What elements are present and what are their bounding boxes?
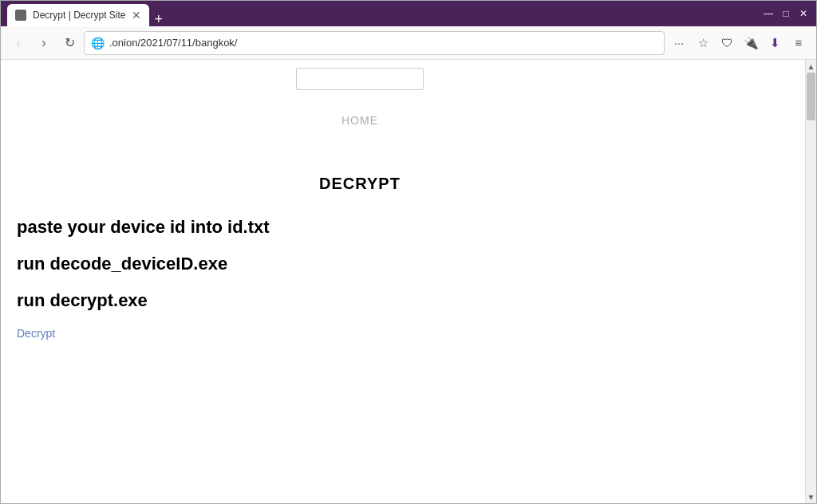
scrollbar[interactable]: ▲ ▼ — [805, 60, 816, 503]
address-text: .onion/2021/07/11/bangkok/ — [109, 37, 657, 49]
navigation-bar: ‹ › ↻ 🌐 .onion/2021/07/11/bangkok/ ··· ☆… — [1, 26, 816, 60]
tab-close-button[interactable]: ✕ — [132, 10, 141, 21]
instruction-line-2: run decode_deviceID.exe — [17, 254, 703, 274]
globe-icon: 🌐 — [91, 37, 105, 49]
download-button[interactable]: ⬇ — [764, 32, 786, 54]
window-controls: — □ ✕ — [762, 7, 810, 20]
scroll-down-arrow[interactable]: ▼ — [806, 490, 816, 503]
home-nav: HOME — [17, 106, 703, 175]
back-button[interactable]: ‹ — [7, 32, 30, 54]
maximize-button[interactable]: □ — [780, 7, 792, 20]
close-button[interactable]: ✕ — [797, 7, 810, 20]
browser-window: Decrypt | Decrypt Site ✕ + — □ ✕ ‹ › ↻ 🌐… — [0, 0, 817, 504]
tab-bar: Decrypt | Decrypt Site ✕ + — [7, 1, 762, 26]
bookmark-button[interactable]: ☆ — [692, 32, 714, 54]
refresh-button[interactable]: ↻ — [58, 32, 81, 54]
search-input[interactable] — [296, 68, 424, 90]
page-content: HOME DECRYPT paste your device id into i… — [1, 60, 805, 503]
tab-title: Decrypt | Decrypt Site — [33, 10, 125, 21]
instruction-line-1: paste your device id into id.txt — [17, 217, 703, 238]
more-options-button[interactable]: ··· — [668, 32, 690, 54]
decrypt-heading: DECRYPT — [17, 175, 703, 193]
instruction-line-3: run decrypt.exe — [17, 290, 703, 311]
extensions-button[interactable]: 🔌 — [740, 32, 762, 54]
new-tab-button[interactable]: + — [154, 12, 163, 26]
scroll-track[interactable] — [806, 73, 816, 490]
page-area: HOME DECRYPT paste your device id into i… — [1, 60, 816, 503]
decrypt-link[interactable]: Decrypt — [17, 327, 703, 340]
tab-favicon — [15, 10, 26, 21]
shield-button[interactable]: 🛡 — [716, 32, 738, 54]
address-bar[interactable]: 🌐 .onion/2021/07/11/bangkok/ — [84, 31, 665, 55]
minimize-button[interactable]: — — [762, 7, 775, 20]
scroll-thumb[interactable] — [807, 73, 815, 120]
nav-actions: ··· ☆ 🛡 🔌 ⬇ ≡ — [668, 32, 810, 54]
site-content: HOME DECRYPT paste your device id into i… — [1, 60, 719, 340]
title-bar: Decrypt | Decrypt Site ✕ + — □ ✕ — [1, 1, 816, 26]
forward-button[interactable]: › — [33, 32, 55, 54]
menu-button[interactable]: ≡ — [787, 32, 810, 54]
home-label[interactable]: HOME — [341, 114, 378, 127]
search-box-area — [17, 60, 703, 106]
scroll-up-arrow[interactable]: ▲ — [806, 60, 816, 73]
active-tab[interactable]: Decrypt | Decrypt Site ✕ — [7, 4, 149, 26]
